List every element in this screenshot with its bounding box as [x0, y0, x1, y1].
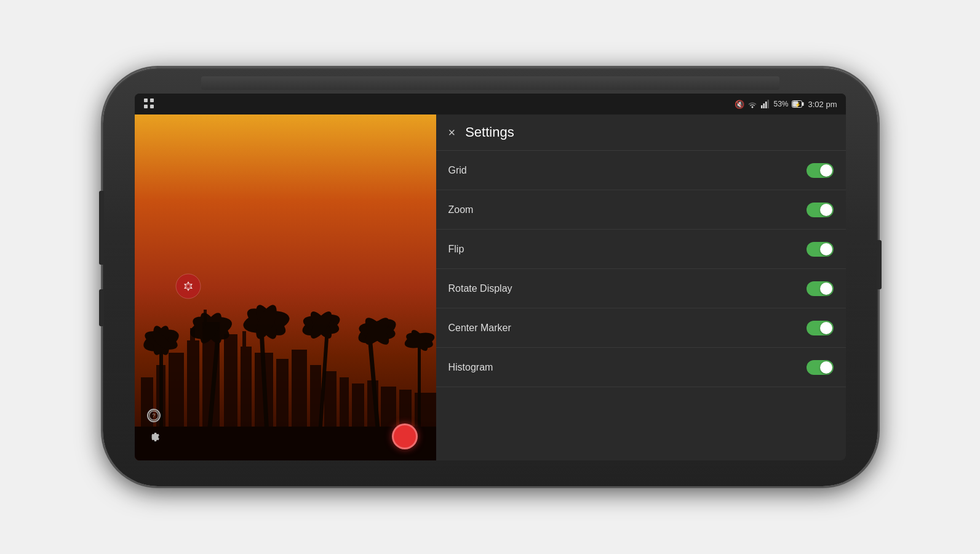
ground-area: [135, 427, 436, 460]
record-button[interactable]: [392, 424, 418, 449]
settings-label-zoom: Zoom: [448, 204, 474, 215]
phone-device: 🔇 53%: [103, 68, 878, 486]
settings-list: Grid Zoom Flip Rotate Display: [436, 151, 846, 460]
signal-icon: [760, 100, 770, 108]
mute-icon: 🔇: [735, 100, 744, 109]
svg-rect-39: [207, 331, 220, 430]
svg-rect-1: [150, 98, 154, 102]
svg-rect-2: [144, 105, 148, 108]
palm-trees-svg: [135, 294, 436, 430]
close-button[interactable]: ×: [448, 126, 456, 138]
camera-settings-gear[interactable]: [147, 430, 161, 447]
settings-label-histogram: Histogram: [448, 362, 493, 373]
status-left: [143, 98, 154, 111]
settings-label-rotate-display: Rotate Display: [448, 283, 512, 294]
settings-item-flip: Flip: [436, 230, 846, 269]
grid-status-icon: [143, 98, 154, 111]
shutter-icon-container: [175, 273, 202, 302]
status-bar: 🔇 53%: [135, 94, 846, 114]
toggle-histogram[interactable]: [807, 360, 834, 375]
side-button-right: [877, 240, 882, 289]
camera-view: ?: [135, 114, 436, 460]
settings-label-flip: Flip: [448, 244, 464, 255]
toggle-grid[interactable]: [807, 163, 834, 178]
settings-item-center-marker: Center Marker: [436, 308, 846, 348]
settings-panel: × Settings Grid Zoom Flip: [436, 114, 846, 460]
svg-rect-0: [144, 98, 148, 102]
svg-text:⚡: ⚡: [795, 102, 801, 108]
svg-rect-59: [418, 343, 421, 430]
toggle-flip[interactable]: [807, 242, 834, 257]
svg-point-64: [185, 283, 191, 289]
svg-rect-6: [765, 102, 767, 108]
settings-item-zoom: Zoom: [436, 190, 846, 230]
svg-rect-54: [367, 334, 380, 430]
svg-rect-5: [763, 103, 765, 108]
battery-percentage: 53%: [773, 100, 788, 108]
settings-item-grid: Grid: [436, 151, 846, 190]
time-display: 3:02 pm: [808, 100, 837, 109]
screen-body: ? × Settings Grid: [135, 114, 846, 460]
toggle-rotate-display[interactable]: [807, 281, 834, 296]
svg-rect-44: [259, 325, 269, 430]
svg-rect-4: [761, 105, 763, 108]
settings-label-center-marker: Center Marker: [448, 323, 511, 334]
power-button[interactable]: [99, 289, 104, 326]
toggle-zoom[interactable]: [807, 203, 834, 217]
svg-rect-49: [318, 328, 329, 430]
settings-item-rotate-display: Rotate Display: [436, 269, 846, 308]
svg-text:?: ?: [152, 412, 155, 419]
toggle-center-marker[interactable]: [807, 321, 834, 335]
settings-header: × Settings: [436, 114, 846, 151]
svg-rect-3: [150, 105, 154, 108]
settings-item-histogram: Histogram: [436, 348, 846, 387]
aperture-icon: [175, 273, 202, 300]
settings-label-grid: Grid: [448, 165, 467, 176]
volume-button[interactable]: [99, 191, 104, 265]
svg-rect-7: [768, 100, 770, 108]
settings-title: Settings: [465, 124, 514, 140]
svg-rect-9: [802, 102, 804, 106]
wifi-icon: [747, 100, 757, 108]
battery-icon: ⚡: [792, 100, 804, 108]
phone-top-bar: [201, 76, 779, 90]
help-icon[interactable]: ?: [147, 409, 161, 422]
status-right: 🔇 53%: [735, 100, 837, 109]
screen: 🔇 53%: [135, 94, 846, 460]
